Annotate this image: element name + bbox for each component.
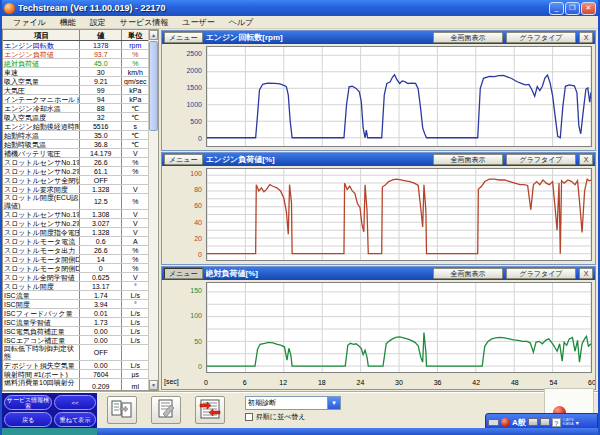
data-transfer-button[interactable] [195,396,225,424]
chart-close-button[interactable]: X [579,268,593,279]
chevron-down-icon[interactable]: ▼ [327,397,340,409]
chart-title-bar: メニュー エンジン負荷値[%] 全画面表示 グラフタイプ X [162,153,595,166]
overlay-display-button[interactable]: 重ねて表示 [54,412,96,427]
table-row[interactable]: 始動時吸気温36.8℃ [3,140,148,149]
table-row[interactable]: ISC流量学習値1.73L/s [3,318,148,327]
ime-palette-icon[interactable] [528,418,538,426]
graph-type-button[interactable]: グラフタイプ [506,154,576,165]
absolute-load-plot [206,282,592,373]
x-tick-label: 60 [584,378,596,387]
table-row[interactable]: 車速30km/h [3,68,148,77]
checkbox-label: 昇順に並べ替え [256,412,306,422]
fullscreen-button[interactable]: 全画面表示 [433,32,503,43]
graph-type-button[interactable]: グラフタイプ [506,268,576,279]
table-row[interactable]: スロットル開度13.17° [3,282,148,291]
table-row[interactable]: 噴射時間 #1(ポート)7604μs [3,370,148,379]
menu-item[interactable]: ユーザー [175,17,221,28]
toolbar: 初期診断 ▼ 昇順に並べ替え [97,393,341,428]
table-row[interactable]: スロットルモータ電流0.6A [3,237,148,246]
table-row[interactable]: 吸入空気量9.21gm/sec [3,77,148,86]
table-row[interactable]: ISC開度3.94° [3,300,148,309]
keyboard-icon[interactable] [488,419,499,426]
chart-title: 絶対負荷値[%] [206,268,431,279]
menu-item[interactable]: ヘルプ [222,17,261,28]
menu-item[interactable]: サービス情報 [113,17,176,28]
charts-column: メニュー エンジン回転数[rpm] 全画面表示 グラフタイプ X 0500100… [159,29,598,391]
fullscreen-button[interactable]: 全画面表示 [433,154,503,165]
y-tick-label: 100 [190,170,202,178]
collapse-panel-button[interactable]: << [54,395,96,410]
ime-help-button[interactable]: ? [552,418,561,427]
graph-type-button[interactable]: グラフタイプ [506,32,576,43]
x-tick-label: 6 [237,378,253,387]
y-tick-label: 1500 [186,84,202,92]
chart-menu-button[interactable]: メニュー [164,268,203,279]
table-row[interactable]: スロットルセンサNo.2電圧比61.1% [3,167,148,176]
navigation-button-panel: サービス情報検索 << 戻る 重ねて表示 [2,393,97,428]
chart-menu-button[interactable]: メニュー [164,154,203,165]
service-info-search-button[interactable]: サービス情報検索 [4,395,52,410]
return-button[interactable]: 戻る [4,412,52,427]
table-row[interactable]: 補機バッテリ電圧14.179V [3,149,148,158]
table-row[interactable]: ISC電気負荷補正量0.00L/s [3,327,148,336]
table-row[interactable]: インテークマニホールド圧94kPa [3,95,148,104]
chart-title-bar: メニュー エンジン回転数[rpm] 全画面表示 グラフタイプ X [162,31,595,44]
close-button[interactable]: ✕ [581,2,596,15]
scrollbar-thumb[interactable] [149,41,158,131]
table-row[interactable]: 大気圧99kPa [3,86,148,95]
menu-item[interactable]: ファイル [6,17,53,28]
minimize-button[interactable]: _ [549,2,564,15]
sort-ascending-checkbox[interactable]: 昇順に並べ替え [245,412,341,422]
ime-collapse-chevron-icon[interactable]: ▾ [576,419,579,426]
techstream-window: Techstream (Ver 11.00.019) - 22170 _ ❐ ✕… [0,0,600,435]
dual-list-icon [111,399,133,422]
ime-input-mode[interactable]: A般 [512,417,526,428]
diagnosis-mode-select[interactable]: 初期診断 ▼ [245,396,341,410]
desktop-patch [2,428,97,435]
menu-item[interactable]: 設定 [83,17,113,28]
floating-panel [544,388,594,414]
table-row[interactable]: エンジン負荷値93.7% [3,50,148,59]
dual-list-view-button[interactable] [107,396,137,424]
table-row[interactable]: スロットルセンサNo.1電圧1.308V [3,210,148,219]
table-row[interactable]: 吸入空気温度32℃ [3,113,148,122]
table-row[interactable]: スロットルセンサ全閉状態OFF [3,176,148,185]
table-row[interactable]: 燃料消費量10回噴射分0.209ml [3,379,148,390]
table-row[interactable]: スロットルセンサNo.1電圧比26.6% [3,158,148,167]
chart-close-button[interactable]: X [579,154,593,165]
table-row[interactable]: スロットル要求開度1.328V [3,185,148,194]
table-row[interactable]: ISC流量1.74L/s [3,291,148,300]
maximize-button[interactable]: ❐ [565,2,580,15]
table-row[interactable]: ISCエアコン補正量0.00L/s [3,336,148,345]
ime-tools-icon[interactable] [540,418,550,426]
checkbox-icon[interactable] [245,413,253,421]
chart-menu-button[interactable]: メニュー [164,32,203,43]
fullscreen-button[interactable]: 全画面表示 [433,268,503,279]
title-bar: Techstream (Ver 11.00.019) - 22170 _ ❐ ✕ [2,0,598,16]
ime-ball-icon[interactable] [501,418,510,427]
scroll-up-icon[interactable]: ▲ [149,30,158,40]
chart-close-button[interactable]: X [579,32,593,43]
x-tick-label: 12 [275,378,291,387]
table-row[interactable]: スロットルセンサNo.2電圧3.027V [3,219,148,228]
table-scrollbar[interactable]: ▲ ▼ [148,30,158,390]
table-row[interactable]: デポジット損失空気量0.00L/s [3,361,148,370]
table-row[interactable]: エンジン始動後経過時間5516s [3,122,148,131]
table-row[interactable]: 絶対負荷値45.0% [3,59,148,68]
table-row[interactable]: 回転低下時制御判定状態OFF [3,345,148,361]
scroll-down-icon[interactable]: ▼ [149,380,158,390]
table-row[interactable]: スロットルモータ出力26.6% [3,246,148,255]
table-row[interactable]: スロットル開度指令電圧1.328V [3,228,148,237]
y-axis-labels: 020406080100 [162,168,206,261]
table-row[interactable]: スロットル全閉学習値0.625V [3,273,148,282]
table-row[interactable]: スロットルモータ開側Duty比14% [3,255,148,264]
table-row[interactable]: スロットルモータ閉側Duty比0% [3,264,148,273]
table-row[interactable]: ISCフィードバック量0.01L/s [3,309,148,318]
table-row[interactable]: スロットル開度(ECU認識値)12.5% [3,194,148,210]
document-marker-button[interactable] [151,396,181,424]
diagnosis-mode-value: 初期診断 [246,397,327,409]
table-row[interactable]: エンジン冷却水温88℃ [3,104,148,113]
menu-item[interactable]: 機能 [53,17,83,28]
table-row[interactable]: 始動時水温35.0℃ [3,131,148,140]
table-row[interactable]: エンジン回転数1378rpm [3,41,148,50]
